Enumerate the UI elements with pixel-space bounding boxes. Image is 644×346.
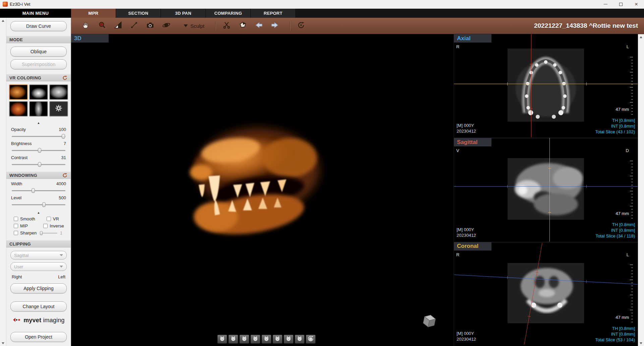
windowing-tool-button[interactable] — [112, 20, 124, 32]
axial-slice-image[interactable] — [508, 49, 584, 123]
crosshair-vertical-line[interactable] — [531, 34, 531, 137]
draw-curve-button[interactable]: Draw Curve — [10, 21, 67, 31]
panel-label-text: Coronal — [457, 243, 478, 250]
crosshair-vertical-line[interactable] — [549, 138, 550, 241]
width-slider-thumb[interactable] — [32, 188, 35, 193]
zoom-tool-button[interactable] — [96, 20, 108, 32]
orientation-preset-reset[interactable] — [305, 335, 315, 344]
pan-tool-button[interactable] — [80, 20, 92, 32]
minimize-button[interactable] — [598, 0, 613, 8]
study-date: 20230412 — [457, 232, 476, 238]
sidebar-scrollbar[interactable] — [0, 18, 6, 346]
measure-tool-button[interactable] — [128, 20, 140, 32]
apply-clipping-button[interactable]: Apply Clipping — [10, 283, 67, 293]
panel-label: Sagittal — [454, 138, 491, 146]
camera-icon — [146, 21, 154, 30]
refresh-icon[interactable] — [62, 172, 68, 178]
render-collapse-toggle[interactable]: ▲ — [6, 121, 71, 125]
orientation-preset-6[interactable] — [272, 335, 282, 344]
level-row: Level 500 — [11, 195, 66, 200]
vr-preset-gray-bone[interactable] — [49, 84, 68, 100]
sharpen-slider[interactable] — [40, 231, 57, 235]
contrast-value: 31 — [61, 155, 66, 160]
volume-render-skull[interactable] — [172, 96, 329, 265]
maximize-button[interactable] — [613, 0, 629, 8]
reset-sculpt-button[interactable] — [295, 20, 307, 32]
level-slider[interactable] — [12, 202, 65, 207]
chevron-down-icon — [60, 254, 63, 256]
dog-head-icon — [241, 335, 247, 343]
scroll-up-button[interactable] — [0, 18, 6, 23]
level-slider-thumb[interactable] — [42, 202, 46, 207]
orientation-preset-2[interactable] — [228, 335, 238, 344]
filter-collapse-toggle[interactable]: ▲ — [6, 211, 71, 214]
opacity-slider-thumb[interactable] — [62, 134, 65, 139]
windowing-section-header: WINDOWING — [6, 171, 71, 179]
vr-preset-spine[interactable] — [29, 101, 48, 117]
sharpen-checkbox[interactable]: Sharpen — [14, 230, 37, 235]
tab-comparing[interactable]: COMPARING — [206, 9, 251, 18]
opacity-slider[interactable] — [12, 134, 65, 139]
tab-report[interactable]: REPORT — [251, 9, 296, 18]
mpr-panel-coronal[interactable]: Coronal R L — [454, 242, 638, 346]
crosshair-horizontal-line[interactable] — [454, 186, 638, 187]
orientation-preset-4[interactable] — [250, 335, 260, 344]
tab-section[interactable]: SECTION — [116, 9, 161, 18]
sagittal-slice-image[interactable] — [508, 158, 584, 221]
scroll-down-button[interactable] — [638, 340, 644, 346]
orientation-preset-7[interactable] — [283, 335, 293, 344]
sharpen-slider-thumb[interactable] — [40, 231, 43, 235]
viewport-3d[interactable]: 3D — [71, 34, 454, 346]
sculpt-dropdown[interactable]: Sculpt — [184, 23, 204, 29]
opacity-value: 100 — [59, 127, 66, 132]
inverse-checkbox[interactable]: Inverse — [43, 223, 64, 228]
mpr-scrollbar[interactable] — [638, 34, 644, 346]
width-slider[interactable] — [12, 188, 65, 193]
orientation-preset-5[interactable] — [261, 335, 271, 344]
oblique-button[interactable]: Oblique — [10, 47, 67, 57]
brightness-row: Brightness 7 — [11, 141, 66, 146]
vr-checkbox[interactable]: VR — [47, 216, 59, 221]
clipping-mode-dropdown[interactable]: User — [10, 262, 67, 271]
orientation-preset-1[interactable] — [217, 335, 227, 344]
sculpt-polygon-tool-button[interactable] — [237, 20, 249, 32]
capture-tool-button[interactable] — [144, 20, 156, 32]
dog-head-rotate-icon — [307, 335, 314, 343]
brightness-slider[interactable] — [12, 148, 65, 153]
scroll-up-button[interactable] — [638, 34, 644, 40]
vr-preset-bone-orange[interactable] — [9, 84, 28, 100]
brightness-slider-thumb[interactable] — [38, 148, 41, 153]
clipping-plane-dropdown[interactable]: Sagittal — [10, 251, 67, 260]
mip-checkbox[interactable]: MIP — [14, 223, 28, 228]
orientation-preset-8[interactable] — [294, 335, 304, 344]
tab-3d-pan[interactable]: 3D PAN — [161, 9, 206, 18]
chevron-up-icon — [2, 20, 4, 22]
mpr-panel-axial[interactable]: Axial R L — [454, 34, 638, 138]
orientation-preset-row — [217, 335, 315, 344]
superimposition-button[interactable]: Superimposition — [10, 59, 67, 69]
contrast-slider-thumb[interactable] — [38, 162, 41, 167]
change-layout-button[interactable]: Change Layout — [10, 301, 67, 312]
orientation-preset-3[interactable] — [239, 335, 249, 344]
refresh-icon[interactable] — [62, 75, 68, 81]
mpr-panel-sagittal[interactable]: Sagittal V D — [454, 138, 638, 242]
coronal-slice-image[interactable] — [508, 263, 584, 325]
vr-preset-teeth[interactable] — [29, 84, 48, 100]
tab-main-menu[interactable]: MAIN MENU — [0, 9, 71, 18]
vr-preset-soft-tissue[interactable] — [9, 101, 28, 117]
tab-mpr[interactable]: MPR — [71, 9, 116, 18]
vr-preset-custom-settings[interactable] — [49, 101, 68, 117]
crosshair-horizontal-line[interactable] — [454, 84, 638, 84]
smooth-checkbox[interactable]: Smooth — [14, 216, 35, 221]
orientation-cube[interactable] — [420, 311, 439, 331]
rotate-3d-tool-button[interactable] — [160, 20, 172, 32]
redo-button[interactable] — [269, 20, 281, 32]
close-button[interactable]: × — [629, 0, 644, 8]
dog-head-icon — [274, 335, 281, 343]
undo-button[interactable] — [253, 20, 265, 32]
open-project-button[interactable]: Open Project — [10, 332, 67, 342]
contrast-slider[interactable] — [12, 162, 65, 167]
logo-text-myvet: myvet — [23, 317, 41, 324]
sculpt-cut-tool-button[interactable] — [221, 20, 233, 32]
scroll-down-button[interactable] — [0, 340, 6, 346]
